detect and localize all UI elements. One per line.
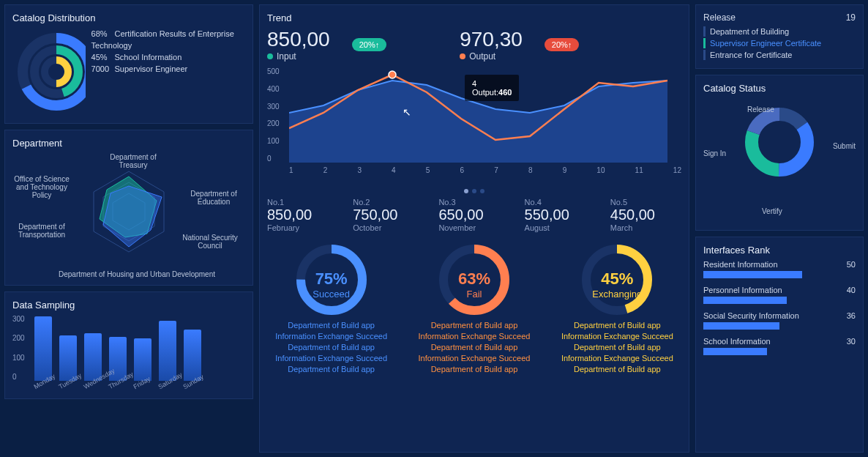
interfaces-rank-panel: Interfaces Rank Resident Information50Pe… [695,237,864,453]
output-value: 970,30 [460,28,523,51]
chart-tooltip: 4 Output:460 [465,75,519,101]
rank-item: No.1850,00February [267,198,338,232]
output-badge: 20%↑ [545,38,580,51]
scroll-col: Department of Build appInformation Excha… [267,320,395,375]
interfaces-rank-item: Personnel Information40 [703,286,856,304]
dot-icon [267,53,273,59]
department-panel: Department Department of Treasury Depart… [4,130,253,286]
scroll-col: Department of Build appInformation Excha… [410,320,538,375]
rank-item: No.5450,00March [610,198,681,232]
panel-title: Trend [267,12,681,23]
panel-title: Catalog Distribution [12,12,245,23]
panel-title: Department [12,138,245,149]
gauge-succeed: 75% Succeed [284,239,379,300]
interfaces-rank-item: Social Security Information36 [703,311,856,330]
rank-item: No.2750,00October [353,198,424,232]
trend-panel: Trend 850,00 Input 20%↑ 970,30 Output 20… [259,4,689,453]
release-item[interactable]: Supervisor Engineer Certificate [703,37,856,49]
release-panel: Release19 Depatment of Building Supervis… [695,4,864,69]
panel-title: Data Sampling [12,300,245,311]
release-item[interactable]: Entrance for Certificate [703,49,856,61]
catalog-donut [12,28,86,116]
dot-icon [460,53,465,59]
scroll-col: Department of Build appInformation Excha… [553,320,681,375]
interfaces-rank-item: Resident Information50 [703,260,856,278]
pager[interactable] [267,189,681,193]
rank-item: No.4550,00August [525,198,596,232]
catalog-distribution-panel: Catalog Distribution 68%Certification Re… [4,4,253,124]
svg-point-11 [389,71,396,78]
radar-chart [74,153,184,263]
gauge-fail: 63% Fail [427,239,522,300]
data-sampling-panel: Data Sampling 0 100 200 300 Monday Tuesd… [4,291,253,399]
interfaces-rank-item: School Information30 [703,337,856,355]
input-value: 850,00 [267,28,330,51]
gauge-exchanging: 45% Exchanging [569,239,665,300]
input-badge: 20%↑ [352,38,387,51]
catalog-status-panel: Catalog Status Release Submit Vertify Si… [695,75,864,231]
rank-item: No.3650,00November [438,198,509,232]
release-item[interactable]: Depatment of Building [703,26,856,37]
panel-title: Interfaces Rank [703,245,856,256]
trend-chart[interactable]: 0100 200300 400500 12 34 56 78 910 1112 … [267,67,681,185]
panel-title: Catalog Status [703,83,856,94]
